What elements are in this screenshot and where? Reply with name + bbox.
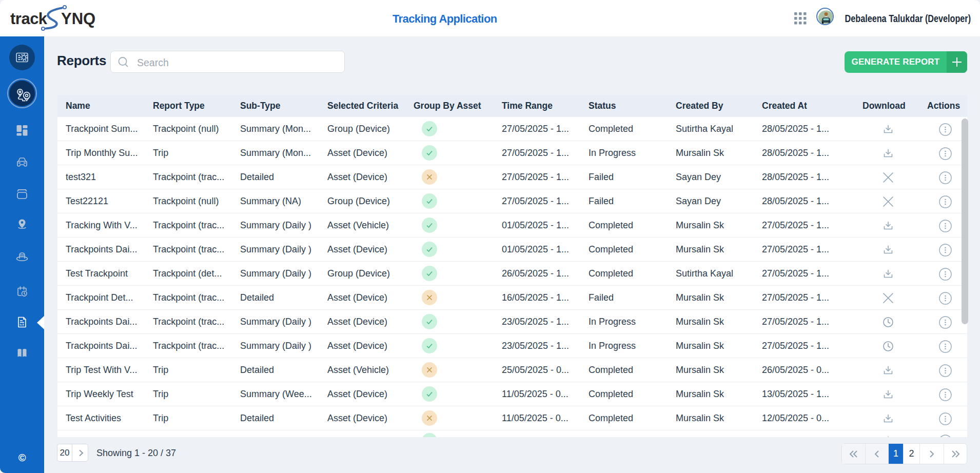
svg-text:YNQ: YNQ	[61, 10, 95, 28]
svg-text:track: track	[10, 10, 48, 28]
